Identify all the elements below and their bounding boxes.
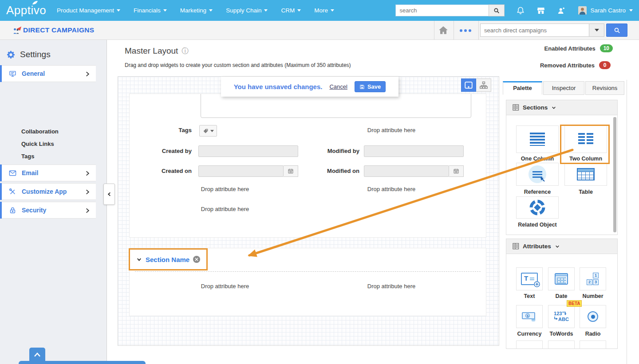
palette-item-partial[interactable] [516, 341, 543, 349]
radio-label: Radio [580, 331, 606, 337]
bottom-panel-handle[interactable] [19, 361, 146, 364]
caret-down-icon [210, 130, 214, 132]
palette-item-one-column[interactable] [516, 125, 559, 153]
user-avatar[interactable] [578, 6, 587, 15]
modified-on-input[interactable] [364, 165, 449, 177]
currency-label: Currency [516, 331, 543, 337]
palette-item-number[interactable]: 1 2 3 [580, 267, 606, 290]
person-dot-icon [557, 6, 566, 15]
cancel-link[interactable]: Cancel [329, 83, 347, 90]
referral-button[interactable] [557, 6, 566, 15]
attributes-title: Attributes [523, 243, 551, 250]
palette-item-towords[interactable]: 123 ABC [548, 305, 575, 328]
designer-side-panel: Palette Inspector Revisions Sections One… [501, 80, 627, 364]
sidebar-item-email[interactable]: Email [0, 164, 96, 181]
info-icon[interactable]: ⓘ [181, 47, 189, 56]
palette-item-date[interactable] [548, 267, 575, 290]
section-name-label[interactable]: Section Name [146, 256, 189, 263]
enabled-attributes-row: Enabled Attributes 10 [544, 44, 613, 52]
accent-bar [0, 65, 2, 82]
remove-section-button[interactable] [193, 256, 200, 263]
chevron-up-icon [33, 352, 41, 358]
attributes-panel-header[interactable]: Attributes [506, 239, 617, 254]
palette-item-two-column[interactable] [564, 125, 607, 153]
modified-on-calendar-button[interactable] [449, 165, 464, 177]
app-title[interactable]: DIRECT CAMPAIGNS [23, 26, 94, 34]
palette-item-table[interactable] [564, 163, 607, 186]
tags-dropdown-button[interactable] [199, 125, 217, 137]
drop-attribute-zone[interactable]: Drop attribute here [176, 283, 274, 290]
app-store-button[interactable] [536, 6, 545, 15]
created-on-input[interactable] [198, 165, 284, 177]
menu-more[interactable]: More [314, 7, 334, 14]
save-button[interactable]: Save [355, 81, 386, 92]
palette-item-radio[interactable] [580, 305, 606, 328]
created-by-input[interactable] [198, 145, 298, 157]
sitemap-view-button[interactable] [476, 78, 491, 92]
apptivo-logo[interactable]: Apptivo [6, 4, 49, 17]
drop-attribute-zone[interactable]: Drop attribute here [343, 186, 440, 192]
settings-header: Settings [0, 40, 106, 59]
sidebar-item-collaboration[interactable]: Collaboration [21, 128, 59, 135]
menu-marketing[interactable]: Marketing [180, 7, 213, 14]
currency-attribute-icon: $ [521, 311, 537, 322]
chevron-down-icon [555, 244, 560, 249]
accent-bar [0, 164, 2, 181]
dots-icon [460, 29, 462, 32]
notifications-button[interactable] [516, 6, 525, 15]
attributes-panel-body: T Text Date 1 2 3 Numbe [506, 254, 617, 349]
palette-item-partial[interactable] [548, 341, 575, 349]
menu-supply-chain[interactable]: Supply Chain [226, 7, 268, 14]
menu-product-management[interactable]: Product Management [57, 7, 120, 14]
caret-down-icon [264, 9, 268, 12]
sidebar-item-quick-links[interactable]: Quick Links [21, 141, 54, 147]
sidebar-item-general[interactable]: General [0, 65, 96, 82]
global-search-input[interactable] [395, 4, 489, 16]
tab-palette[interactable]: Palette [503, 81, 542, 95]
palette-item-text[interactable]: T [516, 267, 543, 290]
palette-item-related-object[interactable] [516, 196, 559, 219]
user-name[interactable]: Sarah Castro [590, 7, 626, 14]
palette-item-currency[interactable]: $ [516, 305, 543, 328]
notes-widget-placeholder[interactable] [201, 94, 471, 118]
chevron-right-icon [84, 70, 91, 78]
reference-icon [529, 165, 546, 183]
number-label: Number [580, 293, 606, 299]
palette-item-reference[interactable] [516, 163, 559, 186]
drop-attribute-zone[interactable]: Drop attribute here [343, 127, 440, 133]
number-attribute-icon: 1 2 3 [586, 273, 600, 285]
user-menu-caret-icon[interactable] [629, 9, 633, 12]
search-options-dropdown[interactable] [589, 23, 604, 37]
palette-item-partial[interactable] [580, 341, 606, 349]
sections-scrollbar[interactable] [613, 117, 616, 232]
drop-attribute-zone[interactable]: Drop attribute here [176, 206, 274, 212]
date-attribute-icon [555, 273, 568, 285]
created-on-calendar-button[interactable] [284, 165, 298, 177]
svg-text:$: $ [527, 314, 529, 318]
global-search-button[interactable] [489, 4, 505, 16]
app-search-button[interactable] [606, 23, 627, 37]
sidebar-item-tags[interactable]: Tags [21, 153, 34, 160]
scroll-to-top-button[interactable] [29, 348, 45, 361]
menu-crm[interactable]: CRM [281, 7, 301, 14]
sidebar-item-security[interactable]: Security [0, 202, 96, 219]
menu-financials[interactable]: Financials [134, 7, 167, 14]
more-options-button[interactable] [460, 29, 471, 32]
tab-revisions[interactable]: Revisions [585, 81, 624, 95]
sidebar-item-customize-app[interactable]: Customize App [0, 183, 96, 200]
sections-panel-header[interactable]: Sections [506, 100, 617, 115]
drop-attribute-zone[interactable]: Drop attribute here [176, 186, 274, 192]
caret-down-icon [209, 9, 213, 12]
sidebar-collapse-handle[interactable] [103, 184, 115, 205]
section-name-header-highlighted[interactable]: Section Name [129, 248, 208, 270]
search-icon [493, 7, 500, 14]
divider [434, 21, 434, 40]
chevron-down-icon [551, 106, 556, 110]
home-button[interactable] [438, 25, 449, 38]
drop-attribute-zone[interactable]: Drop attribute here [343, 283, 440, 290]
desktop-view-button[interactable] [461, 78, 476, 92]
modified-by-input[interactable] [364, 145, 464, 157]
app-header-bar: DIRECT CAMPAIGNS [0, 21, 639, 40]
app-search-input[interactable] [480, 23, 589, 37]
tab-inspector[interactable]: Inspector [543, 81, 584, 95]
